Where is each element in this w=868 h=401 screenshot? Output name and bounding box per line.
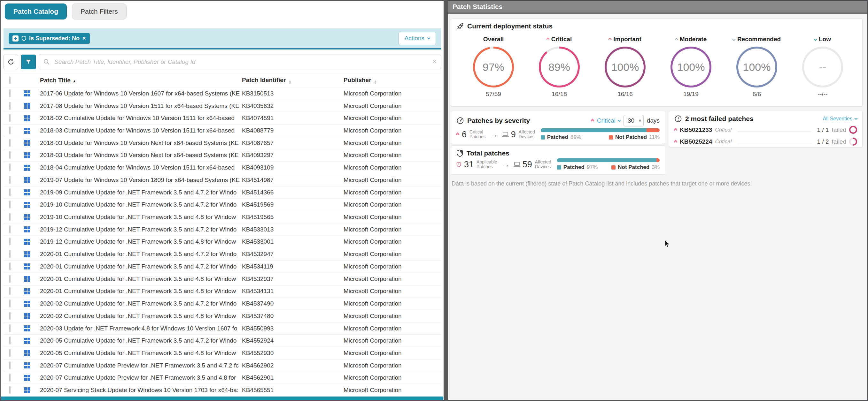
- donut-percent: 100%: [611, 61, 639, 73]
- patches-by-severity-card: Patches by severity Critical 30 days: [451, 111, 665, 144]
- column-publisher[interactable]: Publisher: [344, 77, 441, 84]
- table-row[interactable]: 2017-06 Update for Windows 10 Version 16…: [3, 88, 441, 100]
- filter-chip-is-superseded[interactable]: + Is Superseded: No ×: [9, 33, 90, 44]
- stepper-arrows-icon[interactable]: [639, 119, 642, 123]
- row-checkbox[interactable]: [9, 201, 10, 208]
- row-checkbox[interactable]: [9, 386, 10, 394]
- row-checkbox[interactable]: [9, 336, 10, 344]
- table-row[interactable]: 2019-12 Cumulative Update for .NET Frame…: [3, 236, 441, 248]
- row-checkbox[interactable]: [9, 361, 10, 369]
- filter-bar: + Is Superseded: No × Actions: [3, 28, 441, 49]
- row-checkbox[interactable]: [9, 114, 10, 122]
- table-row[interactable]: 2020-02 Cumulative Update for .NET Frame…: [3, 310, 441, 323]
- critical-severity-icon: [456, 134, 459, 135]
- column-patch-identifier[interactable]: Patch Identifier: [242, 77, 344, 84]
- clear-search-icon[interactable]: ×: [432, 58, 437, 66]
- plus-icon[interactable]: +: [12, 35, 19, 41]
- table-row[interactable]: 2019-10 Cumulative Update for .NET Frame…: [3, 211, 441, 224]
- row-checkbox[interactable]: [9, 262, 10, 270]
- donut-percent: 100%: [743, 61, 771, 73]
- table-row[interactable]: 2020-07 Servicing Stack Update for Windo…: [3, 384, 441, 397]
- table-row[interactable]: 2020-02 Cumulative Update for .NET Frame…: [3, 298, 441, 310]
- row-checkbox[interactable]: [9, 90, 10, 97]
- donut-percent: --: [819, 61, 827, 73]
- table-row[interactable]: 2019-07 Update for Windows 10 Version 18…: [3, 174, 441, 187]
- row-checkbox[interactable]: [9, 373, 10, 381]
- table-row[interactable]: 2020-05 Cumulative Update for .NET Frame…: [3, 347, 441, 360]
- patch-identifier-cell: KB4562902: [242, 362, 344, 369]
- severity-icon: [547, 39, 549, 40]
- table-row[interactable]: 2020-03 Update for .NET Framework 4.8 fo…: [3, 323, 441, 335]
- all-severities-dropdown[interactable]: All Severities: [823, 116, 857, 122]
- row-checkbox[interactable]: [9, 349, 10, 357]
- table-row[interactable]: 2020-01 Cumulative Update for .NET Frame…: [3, 248, 441, 261]
- legend-patched: Patched 97%: [557, 164, 598, 170]
- tab-patch-filters[interactable]: Patch Filters: [72, 3, 127, 20]
- critical-severity-icon: [591, 120, 594, 121]
- table-row[interactable]: 2019-12 Cumulative Update for .NET Frame…: [3, 224, 441, 236]
- publisher-cell: Microsoft Corporation: [344, 325, 441, 332]
- row-checkbox[interactable]: [9, 324, 10, 332]
- table-row[interactable]: 2019-09 Cumulative Update for .NET Frame…: [3, 187, 441, 199]
- windows-logo-icon: [24, 214, 30, 220]
- shield-chip-icon: [22, 36, 26, 41]
- row-checkbox[interactable]: [9, 250, 10, 258]
- days-stepper[interactable]: 30: [623, 115, 644, 127]
- row-checkbox[interactable]: [9, 188, 10, 196]
- row-checkbox[interactable]: [9, 299, 10, 307]
- row-checkbox[interactable]: [9, 164, 10, 171]
- tab-patch-catalog[interactable]: Patch Catalog: [5, 3, 67, 20]
- table-row[interactable]: 2020-07 Cumulative Update Preview for .N…: [3, 372, 441, 385]
- severity-card-title: Patches by severity: [467, 117, 530, 125]
- table-row[interactable]: 2020-01 Cumulative Update for .NET Frame…: [3, 286, 441, 298]
- patch-identifier-cell: KB4562901: [242, 374, 344, 381]
- severity-stacked-bar: [541, 128, 660, 132]
- table-row[interactable]: 2019-10 Cumulative Update for .NET Frame…: [3, 199, 441, 211]
- row-checkbox[interactable]: [9, 287, 10, 295]
- dotted-leader: [738, 143, 811, 143]
- row-checkbox[interactable]: [9, 139, 10, 147]
- failed-patch-row[interactable]: KB5021233 Critical 1 / 1 failed: [669, 124, 862, 136]
- table-row[interactable]: 2018-03 Update for Windows 10 Version Ne…: [3, 137, 441, 149]
- table-row[interactable]: 2020-01 Cumulative Update for .NET Frame…: [3, 273, 441, 286]
- horizontal-scrollbar[interactable]: [1, 397, 443, 400]
- patched-swatch: [541, 135, 545, 139]
- windows-logo-icon: [24, 375, 30, 381]
- patch-identifier-cell: KB3150513: [242, 90, 344, 97]
- days-value[interactable]: 30: [628, 117, 636, 124]
- publisher-cell: Microsoft Corporation: [344, 349, 441, 357]
- windows-logo-icon: [24, 387, 30, 393]
- severity-filter-dropdown[interactable]: Critical: [597, 117, 620, 124]
- close-icon[interactable]: ×: [83, 35, 86, 42]
- table-row[interactable]: 2018-02 Cumulative Update for Windows 10…: [3, 112, 441, 125]
- donut-fraction: 19/19: [683, 91, 699, 98]
- select-all-checkbox[interactable]: [9, 76, 10, 84]
- failed-patch-row[interactable]: KB5025224 Critical 1 / 2 failed: [669, 136, 862, 147]
- row-checkbox[interactable]: [9, 176, 10, 184]
- table-row[interactable]: 2017-08 Update for Windows 10 Version 15…: [3, 100, 441, 112]
- row-checkbox[interactable]: [9, 237, 10, 245]
- windows-logo-icon: [24, 325, 30, 331]
- not-patched-swatch: [609, 135, 613, 139]
- windows-logo-icon: [24, 313, 30, 319]
- table-row[interactable]: 2020-07 Cumulative Update Preview for .N…: [3, 360, 441, 372]
- table-row[interactable]: 2018-03 Update for Windows 10 Version Ne…: [3, 149, 441, 162]
- laptop-icon: [503, 132, 508, 136]
- filter-button[interactable]: [21, 55, 36, 69]
- patch-identifier-cell: KB4093297: [242, 152, 344, 159]
- row-checkbox[interactable]: [9, 213, 10, 221]
- search-input[interactable]: [39, 55, 441, 69]
- table-row[interactable]: 2020-05 Cumulative Update for .NET Frame…: [3, 335, 441, 347]
- table-row[interactable]: 2020-01 Cumulative Update for .NET Frame…: [3, 261, 441, 273]
- actions-button[interactable]: Actions: [399, 32, 436, 45]
- table-row[interactable]: 2018-03 Cumulative Update for Windows 10…: [3, 125, 441, 137]
- row-checkbox[interactable]: [9, 312, 10, 320]
- row-checkbox[interactable]: [9, 225, 10, 233]
- column-patch-title[interactable]: Patch Title: [40, 77, 242, 84]
- table-row[interactable]: 2018-04 Cumulative Update for Windows 10…: [3, 162, 441, 174]
- row-checkbox[interactable]: [9, 102, 10, 110]
- row-checkbox[interactable]: [9, 127, 10, 134]
- row-checkbox[interactable]: [9, 275, 10, 283]
- refresh-button[interactable]: [3, 55, 18, 69]
- row-checkbox[interactable]: [9, 151, 10, 159]
